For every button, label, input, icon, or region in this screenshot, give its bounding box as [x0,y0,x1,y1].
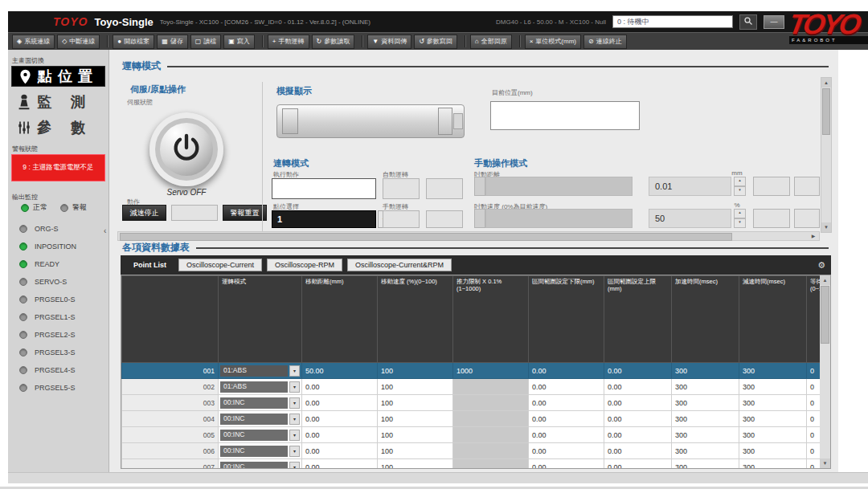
table-scrollbar[interactable]: ▲ ▼ [820,275,830,468]
toolbar-button[interactable]: ● 開啟檔案 [113,35,154,49]
scroll-up-icon[interactable]: ▲ [821,78,831,88]
scroll-right-icon[interactable]: ▶ [809,232,818,240]
range-high-cell[interactable]: 0.00 [604,427,672,443]
distance-cell[interactable]: 50.00 [302,363,378,379]
jog-distance-spinner[interactable]: ▴ ▾ [734,177,746,196]
thrust-cell[interactable]: 1000 [453,363,529,379]
thrust-cell[interactable] [453,411,529,427]
speed-cell[interactable]: 100 [378,459,453,469]
accel-cell[interactable]: 300 [672,379,739,395]
decel-cell[interactable]: 300 [739,411,807,427]
horizontal-scrollbar[interactable]: ▶ [117,231,820,241]
jog-distance-plus-button[interactable] [794,177,820,196]
toolbar-button[interactable]: × 單位模式(mm) [525,35,581,49]
range-low-cell[interactable]: 0.00 [529,395,604,411]
mode-dropdown[interactable]: 00:INC [220,414,288,425]
range-high-cell[interactable]: 0.00 [604,363,672,379]
jog-distance-disabled-stepper[interactable] [474,177,485,196]
sidebar-collapse-handle[interactable]: ‹ [104,226,106,235]
range-high-cell[interactable]: 0.00 [604,443,672,459]
thrust-cell[interactable] [453,443,529,459]
toolbar-button[interactable]: ▢ 讀檔 [190,35,222,49]
decel-cell[interactable]: 300 [739,395,807,411]
mode-dropdown[interactable]: 00:INC [220,462,288,469]
mode-dropdown-arrow-icon[interactable] [289,446,300,457]
thrust-cell[interactable] [453,459,529,469]
spin-down-icon[interactable]: ▾ [734,218,746,228]
point-select-dropdown[interactable]: 1 [272,210,376,228]
auto-run-button-2[interactable] [426,178,463,199]
mode-dropdown[interactable]: 01:ABS [220,365,288,377]
table-row[interactable]: 005 00:INC 0.00 100 0.00 0.0 [122,427,832,443]
decel-cell[interactable]: 300 [739,363,807,379]
scrollbar-thumb[interactable] [120,233,732,241]
range-high-cell[interactable]: 0.00 [604,459,672,469]
thrust-cell[interactable] [453,427,529,443]
scrollbar-thumb[interactable] [822,88,830,135]
toolbar-button[interactable]: ▦ 儲存 [157,35,188,49]
tab[interactable]: Point List [126,259,174,271]
decel-cell[interactable]: 300 [739,443,807,459]
mode-cell[interactable]: 00:INC [219,459,302,469]
mode-dropdown-arrow-icon[interactable] [289,381,300,393]
distance-cell[interactable]: 0.00 [302,427,378,443]
accel-cell[interactable]: 300 [672,363,739,379]
accel-cell[interactable]: 300 [672,459,739,469]
distance-cell[interactable]: 0.00 [302,443,378,459]
mode-dropdown[interactable]: 00:INC [220,430,288,441]
toolbar-button[interactable]: ◇ 中斷連線 [57,35,100,49]
mode-cell[interactable]: 00:INC [219,411,302,427]
accel-cell[interactable]: 300 [672,395,739,411]
spin-up-icon[interactable]: ▴ [734,209,746,218]
speed-cell[interactable]: 100 [378,411,453,427]
accel-cell[interactable]: 300 [672,427,739,443]
toolbar-button[interactable]: ⊘ 連線終止 [583,35,627,49]
decel-cell[interactable]: 300 [739,427,807,443]
distance-cell[interactable]: 0.00 [302,379,378,395]
jog-speed-field[interactable]: 50 [649,209,731,228]
range-low-cell[interactable]: 0.00 [529,363,604,379]
speed-cell[interactable]: 100 [378,427,453,443]
distance-cell[interactable]: 0.00 [302,459,378,469]
mode-cell[interactable]: 01:ABS [219,379,302,395]
mode-cell[interactable]: 01:ABS [219,363,302,379]
auto-run-button-1[interactable] [383,178,420,199]
range-high-cell[interactable]: 0.00 [604,379,672,395]
mode-dropdown-arrow-icon[interactable] [289,462,300,469]
scrollbar-thumb[interactable] [821,286,829,344]
sidebar-item-point-position[interactable]: 點位置 [11,66,105,87]
table-row[interactable]: 006 00:INC 0.00 100 0.00 0.0 [122,443,832,459]
range-high-cell[interactable]: 0.00 [604,395,672,411]
tab[interactable]: Oscilloscope-Current&RPM [347,259,452,271]
mode-dropdown[interactable]: 00:INC [220,397,288,409]
range-low-cell[interactable]: 0.00 [529,411,604,427]
range-high-cell[interactable]: 0.00 [604,411,672,427]
speed-cell[interactable]: 100 [378,443,453,459]
toolbar-button[interactable]: ▣ 寫入 [223,35,255,49]
status-combobox[interactable]: 0 : 待機中 [612,15,733,28]
toolbar-button[interactable]: ◈ 系統連線 [12,35,55,49]
jog-distance-minus-button[interactable] [753,177,790,196]
toolbar-button[interactable]: ⌂ 全部回原 [470,35,512,49]
vertical-scrollbar[interactable]: ▲ ▼ [821,77,832,233]
speed-cell[interactable]: 100 [378,363,453,379]
range-low-cell[interactable]: 0.00 [529,379,604,395]
mode-cell[interactable]: 00:INC [219,427,302,443]
accel-cell[interactable]: 300 [672,411,739,427]
minimize-button[interactable]: — [764,15,784,29]
toolbar-button[interactable]: ▼ 資料回傳 [367,35,411,49]
mode-dropdown-arrow-icon[interactable] [289,365,300,377]
spin-down-icon[interactable]: ▾ [734,186,746,196]
alarm-reset-button[interactable]: 警報重置 [223,205,267,221]
spin-up-icon[interactable]: ▴ [734,177,746,186]
toolbar-button[interactable]: + 手動運轉 [268,35,309,49]
jog-speed-spinner[interactable]: ▴ ▾ [734,209,746,228]
scroll-down-icon[interactable]: ▼ [821,222,831,232]
search-button[interactable] [739,14,757,30]
thrust-cell[interactable] [453,395,529,411]
servo-power-button[interactable] [149,112,223,186]
sidebar-item-monitor[interactable]: 監測 [11,92,105,112]
scroll-down-icon[interactable]: ▼ [820,458,830,468]
manual-run-button-1[interactable] [383,210,420,228]
mode-dropdown-arrow-icon[interactable] [289,414,300,425]
